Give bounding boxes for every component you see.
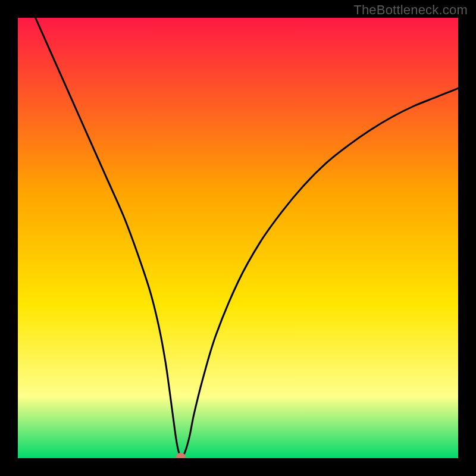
watermark-text: TheBottleneck.com (353, 2, 468, 18)
plot-area (18, 18, 458, 458)
gradient-background (18, 18, 458, 458)
chart-frame: TheBottleneck.com (0, 0, 476, 476)
bottleneck-chart (18, 18, 458, 458)
